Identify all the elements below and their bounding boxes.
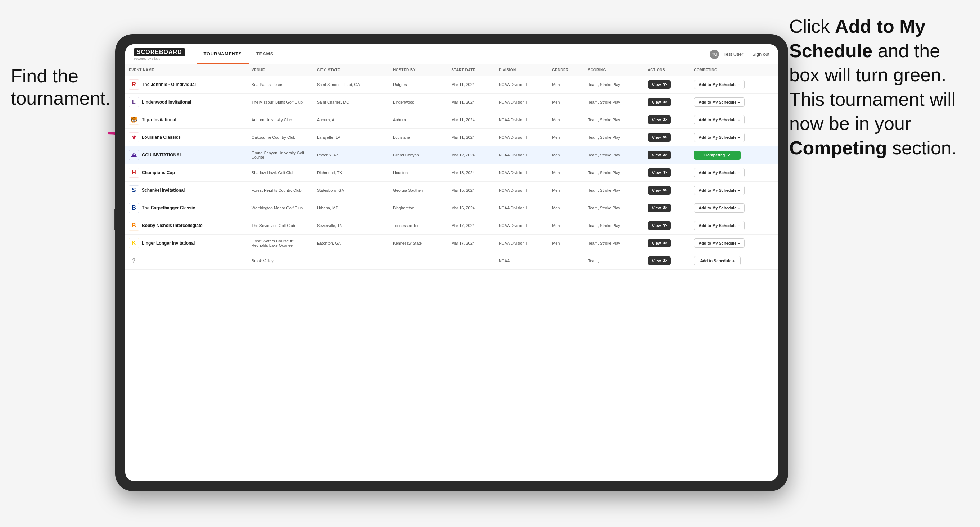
tab-teams[interactable]: TEAMS — [249, 44, 281, 64]
gender-cell: Men — [549, 111, 584, 129]
hosted-by-cell: Tennessee Tech — [390, 217, 448, 235]
view-button[interactable]: View 👁 — [648, 168, 671, 177]
view-label: View — [652, 206, 661, 210]
venue-cell: The Sevierville Golf Club — [248, 217, 313, 235]
team-logo: H — [129, 168, 139, 178]
competing-cell: Add to Schedule + — [690, 252, 778, 270]
view-button[interactable]: View 👁 — [648, 203, 671, 212]
event-name-text: Schenkel Invitational — [142, 188, 185, 193]
city-cell: Saint Simons Island, GA — [313, 76, 390, 94]
event-name-text: Louisiana Classics — [142, 135, 181, 140]
actions-cell: View 👁 — [644, 94, 690, 111]
view-button[interactable]: View 👁 — [648, 80, 671, 89]
eye-icon: 👁 — [663, 259, 667, 263]
view-button[interactable]: View 👁 — [648, 133, 671, 142]
competing-button[interactable]: Competing ✓ — [694, 151, 741, 160]
scoring-cell: Team, — [584, 252, 644, 270]
add-to-schedule-button[interactable]: Add to My Schedule + — [694, 203, 745, 213]
gender-cell: Men — [549, 199, 584, 217]
actions-cell: View 👁 — [644, 146, 690, 164]
actions-cell: View 👁 — [644, 217, 690, 235]
competing-cell: Add to My Schedule + — [690, 235, 778, 252]
competing-cell: Add to My Schedule + — [690, 217, 778, 235]
hosted-by-cell — [390, 252, 448, 270]
team-logo: ⚜ — [129, 132, 139, 143]
sign-out-link[interactable]: Sign out — [752, 51, 770, 57]
view-button[interactable]: View 👁 — [648, 151, 671, 159]
gender-cell: Men — [549, 235, 584, 252]
table-row: K Linger Longer Invitational Great Water… — [125, 235, 778, 252]
view-label: View — [652, 259, 661, 263]
gender-cell: Men — [549, 129, 584, 146]
division-cell: NCAA Division I — [495, 217, 549, 235]
venue-cell: Auburn University Club — [248, 111, 313, 129]
city-cell: Auburn, AL — [313, 111, 390, 129]
city-cell — [313, 252, 390, 270]
add-label: Add to Schedule + — [700, 259, 735, 263]
division-cell: NCAA Division I — [495, 129, 549, 146]
scoring-cell: Team, Stroke Play — [584, 182, 644, 199]
division-cell: NCAA — [495, 252, 549, 270]
add-to-schedule-button[interactable]: Add to My Schedule + — [694, 80, 745, 89]
team-logo: ⛰ — [129, 150, 139, 160]
venue-cell: Oakbourne Country Club — [248, 129, 313, 146]
view-button[interactable]: View 👁 — [648, 257, 671, 265]
view-button[interactable]: View 👁 — [648, 116, 671, 124]
scoring-cell: Team, Stroke Play — [584, 94, 644, 111]
table-row: L Lindenwood Invitational The Missouri B… — [125, 94, 778, 111]
view-button[interactable]: View 👁 — [648, 221, 671, 230]
event-name-text: Tiger Invitational — [142, 117, 177, 122]
eye-icon: 👁 — [663, 241, 667, 245]
team-logo: K — [129, 238, 139, 248]
actions-cell: View 👁 — [644, 111, 690, 129]
add-to-schedule-button[interactable]: Add to Schedule + — [694, 256, 741, 265]
gender-cell: Men — [549, 76, 584, 94]
add-to-schedule-button[interactable]: Add to My Schedule + — [694, 97, 745, 107]
logo-area: SCOREBOARD Powered by clippd — [134, 48, 185, 60]
division-cell: NCAA Division I — [495, 235, 549, 252]
city-cell: Saint Charles, MO — [313, 94, 390, 111]
view-label: View — [652, 241, 661, 245]
col-gender: GENDER — [549, 64, 584, 76]
add-label: Add to My Schedule + — [698, 170, 740, 175]
hosted-by-cell: Lindenwood — [390, 94, 448, 111]
col-actions: ACTIONS — [644, 64, 690, 76]
col-event-name: EVENT NAME — [125, 64, 248, 76]
col-start-date: START DATE — [448, 64, 495, 76]
tablet-frame: SCOREBOARD Powered by clippd TOURNAMENTS… — [115, 34, 788, 491]
view-label: View — [652, 224, 661, 228]
add-to-schedule-button[interactable]: Add to My Schedule + — [694, 186, 745, 195]
table-header-row: EVENT NAME VENUE CITY, STATE HOSTED BY S… — [125, 64, 778, 76]
scoring-cell: Team, Stroke Play — [584, 164, 644, 182]
eye-icon: 👁 — [663, 117, 667, 122]
date-cell: Mar 11, 2024 — [448, 129, 495, 146]
table-container[interactable]: EVENT NAME VENUE CITY, STATE HOSTED BY S… — [125, 64, 778, 481]
actions-cell: View 👁 — [644, 252, 690, 270]
event-name-cell: B Bobby Nichols Intercollegiate — [129, 221, 244, 230]
gender-cell — [549, 252, 584, 270]
view-button[interactable]: View 👁 — [648, 186, 671, 195]
add-to-schedule-button[interactable]: Add to My Schedule + — [694, 115, 745, 124]
event-name-cell: B The Carpetbagger Classic — [129, 203, 244, 213]
event-name-text: Champions Cup — [142, 170, 175, 175]
add-to-schedule-button[interactable]: Add to My Schedule + — [694, 133, 745, 142]
table-row: ? Brook ValleyNCAATeam, View 👁 Add to Sc… — [125, 252, 778, 270]
event-name-text: GCU INVITATIONAL — [142, 152, 182, 157]
venue-cell: Great Waters Course At Reynolds Lake Oco… — [248, 235, 313, 252]
app-logo: SCOREBOARD — [134, 48, 185, 56]
col-venue: VENUE — [248, 64, 313, 76]
venue-cell: Worthington Manor Golf Club — [248, 199, 313, 217]
logo-subtitle: Powered by clippd — [134, 57, 185, 60]
add-to-schedule-button[interactable]: Add to My Schedule + — [694, 221, 745, 230]
date-cell: Mar 15, 2024 — [448, 182, 495, 199]
add-to-schedule-button[interactable]: Add to My Schedule + — [694, 168, 745, 177]
tab-tournaments[interactable]: TOURNAMENTS — [197, 44, 249, 64]
hosted-by-cell: Binghamton — [390, 199, 448, 217]
add-to-schedule-button[interactable]: Add to My Schedule + — [694, 238, 745, 248]
view-button[interactable]: View 👁 — [648, 98, 671, 106]
view-button[interactable]: View 👁 — [648, 239, 671, 248]
user-name: Test User — [723, 51, 743, 57]
scoring-cell: Team, Stroke Play — [584, 199, 644, 217]
gender-cell: Men — [549, 217, 584, 235]
table-row: 🐯 Tiger Invitational Auburn University C… — [125, 111, 778, 129]
